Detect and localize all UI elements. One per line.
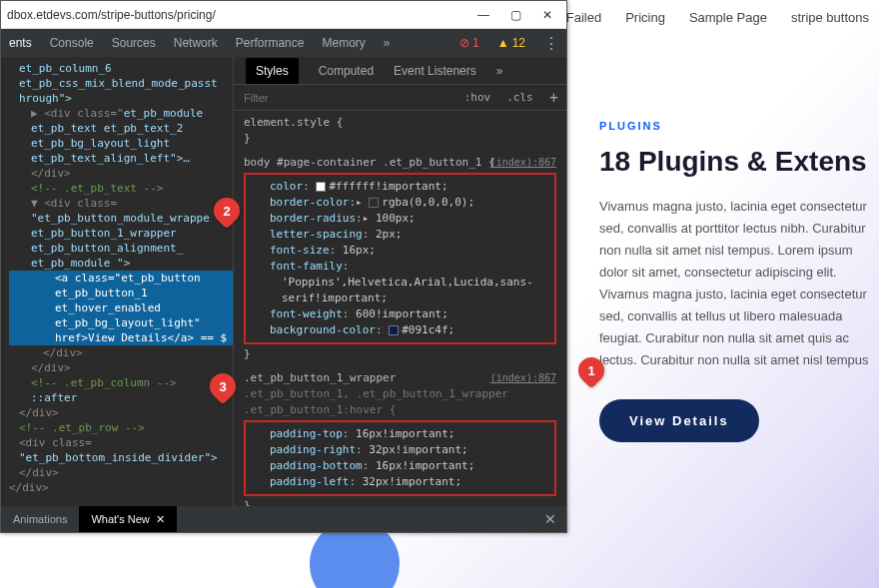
styles-filter-input[interactable] bbox=[234, 92, 456, 104]
eyebrow-label: PLUGINS bbox=[599, 120, 879, 132]
close-tab-icon[interactable]: ✕ bbox=[156, 513, 165, 526]
error-badge[interactable]: ⊘ 1 bbox=[459, 36, 479, 50]
source-link[interactable]: (index):867 bbox=[490, 370, 556, 386]
nav-item[interactable]: Sample Page bbox=[689, 10, 767, 25]
close-button[interactable]: ✕ bbox=[534, 5, 560, 25]
elements-tree[interactable]: et_pb_column_6 et_pb_css_mix_blend_mode_… bbox=[1, 57, 233, 506]
tab-network[interactable]: Network bbox=[174, 36, 218, 50]
highlighted-rule-block: padding-top: 16px!important; padding-rig… bbox=[244, 420, 556, 496]
tab-elements[interactable]: ents bbox=[9, 36, 32, 50]
nav-item[interactable]: Pricing bbox=[625, 10, 665, 25]
hov-toggle[interactable]: :hov bbox=[456, 91, 499, 104]
maximize-button[interactable]: ▢ bbox=[502, 5, 528, 25]
selected-element[interactable]: <a class="et_pb_button et_pb_button_1 et… bbox=[9, 271, 233, 345]
body-text: Vivamus magna justo, lacinia eget consec… bbox=[599, 196, 879, 371]
drawer-tab-animations[interactable]: Animations bbox=[1, 506, 79, 532]
tab-sources[interactable]: Sources bbox=[112, 36, 156, 50]
drawer-tab-whats-new[interactable]: What's New ✕ bbox=[79, 506, 176, 532]
devtools-window: dbox.etdevs.com/stripe-buttons/pricing/ … bbox=[0, 0, 567, 533]
subtab-event-listeners[interactable]: Event Listeners bbox=[394, 64, 476, 78]
page-headline: 18 Plugins & Extens bbox=[599, 146, 879, 178]
tabs-overflow-icon[interactable]: » bbox=[384, 36, 391, 50]
subtab-computed[interactable]: Computed bbox=[319, 64, 374, 78]
drawer-close-icon[interactable]: ✕ bbox=[534, 511, 566, 527]
top-nav: yment Failed Pricing Sample Page stripe … bbox=[527, 10, 869, 25]
tab-performance[interactable]: Performance bbox=[236, 36, 305, 50]
minimize-button[interactable]: — bbox=[470, 5, 496, 25]
styles-pane[interactable]: element.style { } (index):867 body #page… bbox=[234, 111, 566, 506]
tab-memory[interactable]: Memory bbox=[322, 36, 365, 50]
window-titlebar: dbox.etdevs.com/stripe-buttons/pricing/ … bbox=[1, 1, 566, 29]
subtabs-overflow-icon[interactable]: » bbox=[496, 64, 503, 78]
devtools-tabs: ents Console Sources Network Performance… bbox=[1, 29, 566, 57]
add-rule-icon[interactable]: + bbox=[541, 89, 566, 107]
view-details-button[interactable]: View Details bbox=[599, 399, 759, 442]
subtab-styles[interactable]: Styles bbox=[246, 58, 299, 84]
highlighted-rule-block: color: #ffffff!important; border-color:▸… bbox=[244, 173, 556, 344]
tab-console[interactable]: Console bbox=[50, 36, 94, 50]
styles-subtabs: Styles Computed Event Listeners » bbox=[234, 57, 566, 85]
cls-toggle[interactable]: .cls bbox=[498, 91, 541, 104]
address-bar: dbox.etdevs.com/stripe-buttons/pricing/ bbox=[7, 8, 464, 22]
source-link[interactable]: (index):867 bbox=[490, 155, 556, 171]
warning-badge[interactable]: ▲ 12 bbox=[497, 36, 525, 50]
kebab-menu-icon[interactable]: ⋮ bbox=[543, 34, 558, 53]
nav-item[interactable]: stripe buttons bbox=[791, 10, 869, 25]
drawer-bar: Animations What's New ✕ ✕ bbox=[1, 506, 566, 532]
